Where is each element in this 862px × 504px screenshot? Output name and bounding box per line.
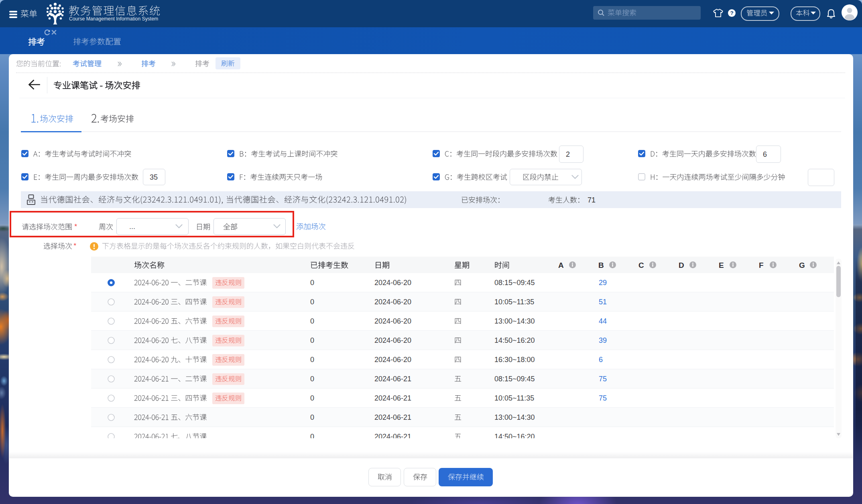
svg-text:?: ? bbox=[730, 10, 733, 16]
